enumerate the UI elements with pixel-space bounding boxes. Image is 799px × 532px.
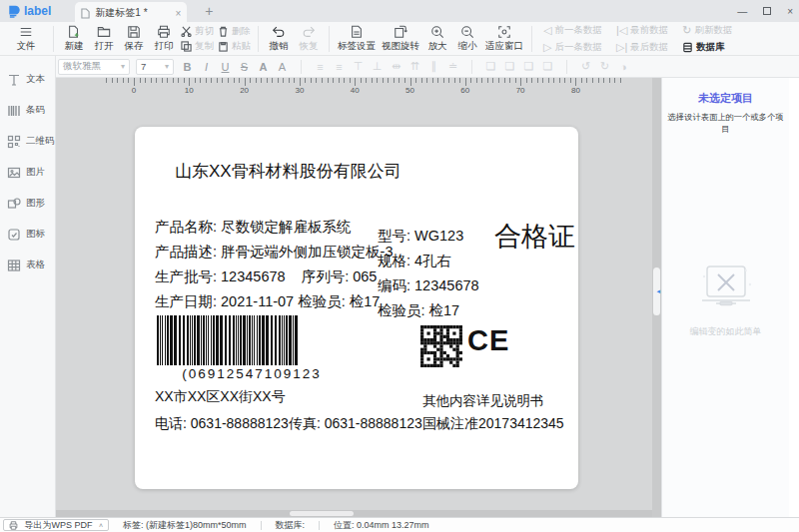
sidebar-item-text[interactable]: 文本 [0, 64, 55, 95]
print-button[interactable]: 打印 [149, 24, 179, 54]
address-text[interactable]: XX市XX区XX街XX号 [155, 388, 286, 406]
italic-button[interactable]: I [199, 61, 214, 73]
zoom-out-button[interactable]: 缩小 [452, 24, 482, 54]
label-document[interactable]: 山东XX骨科材料股份有限公司 产品名称: 尽数锁定解雇板系统产品描述: 胖骨远端… [135, 127, 578, 489]
new-tab-button[interactable]: + [205, 3, 213, 19]
paste-button[interactable]: 粘贴 [218, 40, 251, 53]
save-button[interactable]: 保存 [119, 24, 149, 54]
font-family-select[interactable]: 微软雅黑▾ [58, 59, 130, 75]
horizontal-scrollbar-thumb[interactable] [290, 511, 354, 516]
undo-icon [272, 25, 286, 39]
undo-button[interactable]: 撤销 [264, 24, 294, 54]
prev-record-icon: ◁ [543, 25, 551, 36]
align-left-icon[interactable]: ≡ [313, 61, 328, 73]
delete-button[interactable]: 删除 [218, 25, 251, 38]
sidebar-item-qrcode[interactable]: 二维码 [0, 126, 55, 157]
bold-button[interactable]: B [180, 61, 195, 73]
align-grid-icon[interactable]: ≐ [445, 60, 460, 73]
sidebar-item-barcode[interactable]: 条码 [0, 95, 55, 126]
horizontal-ruler: 01020304050607080 [56, 78, 661, 96]
refresh-data-button[interactable]: ↻刷新数据 [682, 24, 732, 37]
sidebar-item-image[interactable]: 图片 [0, 157, 55, 188]
view-rotate-button[interactable]: 视图旋转 [379, 24, 422, 54]
fit-window-button[interactable]: 适应窗口 [482, 24, 526, 54]
open-button[interactable]: 打开 [89, 24, 119, 54]
window-maximize-icon[interactable] [763, 7, 771, 15]
phone-fax-text[interactable]: 电话: 0631-88888123传真: 0631-88888123 [155, 415, 422, 433]
sidebar-item-shape[interactable]: 图形 [0, 188, 55, 219]
tab-title: 新建标签1 * [95, 6, 170, 20]
layer-front-icon[interactable]: ❏ [483, 60, 498, 73]
sidebar-item-icon[interactable]: 图标 [0, 219, 55, 250]
view-rotate-icon [394, 25, 407, 39]
paste-icon [218, 41, 229, 52]
zoom-out-icon [460, 25, 474, 39]
label-size-status: 标签: (新建标签1)80mm*50mm [123, 519, 247, 532]
document-icon [81, 8, 90, 19]
prev-record-button[interactable]: ◁前一条数据 [543, 24, 602, 37]
layer-down-icon[interactable]: ❏ [540, 60, 555, 73]
file-menu-button[interactable]: 文件 [4, 24, 48, 54]
underline-button[interactable]: U [218, 61, 233, 73]
first-record-button[interactable]: |◁最前数据 [616, 24, 668, 37]
printer-icon [9, 521, 18, 530]
align-top-icon[interactable]: ⊤ [351, 60, 366, 73]
copy-button[interactable]: 复制 [181, 40, 214, 53]
chevron-down-icon: ▾ [165, 62, 169, 71]
horizontal-scrollbar[interactable] [56, 510, 652, 517]
cut-button[interactable]: 剪切 [181, 25, 214, 38]
new-file-icon [67, 25, 81, 39]
window-minimize-icon[interactable]: — [737, 6, 747, 17]
note-text[interactable]: 其他内容详见说明书 [422, 392, 544, 410]
spec-fields-text[interactable]: 型号: WG123规格: 4孔右编码: 12345678检验员: 检17 [378, 224, 479, 323]
export-dropdown[interactable]: 导出为WPS PDF ˄ [3, 519, 109, 531]
fit-window-icon [497, 25, 511, 39]
layer-up-icon[interactable]: ❏ [521, 60, 536, 73]
next-record-button[interactable]: ▷后一条数据 [543, 41, 602, 54]
flip-icon[interactable]: ◑ [616, 61, 631, 73]
company-name-text[interactable]: 山东XX骨科材料股份有限公司 [175, 160, 401, 183]
strikethrough-button[interactable]: S [237, 61, 252, 73]
barcode-digits[interactable]: (06912547109123 [157, 366, 347, 381]
rotate-left-icon[interactable]: ↺ [578, 60, 593, 73]
tab-close-icon[interactable]: × [176, 8, 182, 19]
app-logo-icon [8, 5, 21, 18]
redo-button[interactable]: 恢复 [294, 24, 324, 54]
rotate-right-icon[interactable]: ↻ [597, 60, 612, 73]
titlebar: label 新建标签1 * × + — × [0, 0, 799, 22]
sidebar-item-table[interactable]: 表格 [0, 250, 55, 280]
document-tab[interactable]: 新建标签1 * × [75, 2, 187, 24]
redo-icon [302, 25, 316, 39]
format-toolbar: 微软雅黑▾ 7▾ B I U S A A ≡ ≡ ⊤ ⊥ ⇹ ⇈ ∥ [56, 56, 799, 78]
font-size-select[interactable]: 7▾ [136, 59, 174, 75]
align-bottom-icon[interactable]: ⊥ [370, 60, 385, 73]
font-effect-button[interactable]: A [256, 61, 271, 73]
align-vcenter-icon[interactable]: ⇹ [389, 60, 403, 73]
distribute-h-icon[interactable]: ⇈ [407, 60, 422, 73]
font-color-button[interactable]: A [275, 61, 290, 73]
last-record-button[interactable]: ▷|最后数据 [616, 41, 668, 54]
panel-collapse-icon[interactable]: ◂ [656, 287, 660, 295]
database-button[interactable]: 数据库 [682, 41, 732, 54]
window-close-icon[interactable]: × [787, 6, 793, 17]
new-button[interactable]: 新建 [59, 24, 89, 54]
distribute-v-icon[interactable]: ∥ [426, 60, 441, 73]
cut-icon [181, 26, 192, 37]
qrcode-tool-icon [7, 135, 21, 149]
barcode-object[interactable] [157, 315, 347, 365]
label-settings-button[interactable]: 标签设置 [335, 24, 379, 54]
align-center-icon[interactable]: ≡ [332, 61, 347, 73]
vertical-scrollbar[interactable]: ◂ [652, 78, 661, 517]
ce-mark-text[interactable]: CE [467, 324, 509, 357]
zoom-in-button[interactable]: 放大 [422, 24, 452, 54]
qr-code-object[interactable] [420, 325, 462, 367]
product-fields-text[interactable]: 产品名称: 尽数锁定解雇板系统产品描述: 胖骨远端外侧加压锁定板-3生产批号: … [155, 215, 393, 314]
no-selection-subtitle: 选择设计表面上的一个或多个项目 [667, 112, 784, 136]
next-record-icon: ▷ [543, 42, 551, 53]
layer-back-icon[interactable]: ❏ [502, 60, 517, 73]
open-folder-icon [97, 25, 111, 39]
design-canvas[interactable]: 01020304050607080 山东XX骨科材料股份有限公司 产品名称: 尽… [56, 78, 661, 517]
certificate-text[interactable]: 合格证 [494, 219, 575, 255]
refresh-icon: ↻ [682, 25, 691, 36]
registration-number-text[interactable]: 国械注准20173412345 [422, 415, 564, 433]
